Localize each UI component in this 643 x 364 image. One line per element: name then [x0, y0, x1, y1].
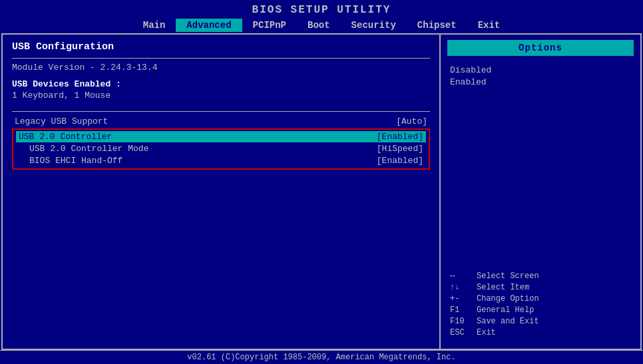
tab-main[interactable]: Main — [132, 19, 176, 32]
selected-group: USB 2.0 Controller [Enabled] USB 2.0 Con… — [12, 128, 430, 170]
help-exit-desc: Exit — [477, 328, 496, 337]
key-ud: ↑↓ — [450, 283, 477, 292]
right-panel: Options Disabled Enabled ↔ Select Screen… — [441, 35, 640, 349]
tab-bar: Main Advanced PCIPnP Boot Security Chips… — [0, 17, 643, 33]
tab-pcipnp[interactable]: PCIPnP — [242, 19, 297, 32]
help-general-help-desc: General Help — [477, 305, 534, 315]
tab-chipset[interactable]: Chipset — [407, 19, 467, 32]
help-save-exit: F10 Save and Exit — [450, 317, 631, 326]
bios-title: BIOS SETUP UTILITY — [0, 0, 643, 17]
options-content: Disabled Enabled — [441, 60, 640, 94]
key-plusminus: +- — [450, 294, 477, 303]
divider-2 — [12, 111, 430, 112]
tab-exit[interactable]: Exit — [467, 19, 511, 32]
help-section: ↔ Select Screen ↑↓ Select Item +- Change… — [441, 94, 640, 349]
menu-item-bios-ehci[interactable]: BIOS EHCI Hand-Off [Enabled] — [16, 155, 426, 166]
key-arrows: ↔ — [450, 272, 477, 281]
menu-item-usb2-controller[interactable]: USB 2.0 Controller [Enabled] — [16, 131, 426, 142]
key-f1: F1 — [450, 305, 477, 315]
footer-text: v02.61 (C)Copyright 1985-2009, American … — [187, 353, 455, 362]
option-disabled[interactable]: Disabled — [450, 65, 631, 75]
title-text: BIOS SETUP UTILITY — [252, 4, 391, 16]
main-content: USB Configuration Module Version - 2.24.… — [1, 33, 642, 350]
help-select-item-desc: Select Item — [477, 283, 529, 292]
key-f10: F10 — [450, 317, 477, 326]
tab-security[interactable]: Security — [341, 19, 407, 32]
usb-devices-value: 1 Keyboard, 1 Mouse — [12, 91, 430, 100]
tab-advanced[interactable]: Advanced — [176, 19, 242, 32]
help-change-option: +- Change Option — [450, 294, 631, 303]
key-esc: ESC — [450, 328, 477, 337]
options-title: Options — [454, 43, 627, 53]
options-box: Options — [447, 40, 634, 56]
divider-1 — [12, 58, 430, 59]
help-select-item: ↑↓ Select Item — [450, 283, 631, 292]
option-enabled[interactable]: Enabled — [450, 77, 631, 87]
bios-screen: BIOS SETUP UTILITY Main Advanced PCIPnP … — [0, 0, 643, 364]
tab-boot[interactable]: Boot — [297, 19, 341, 32]
help-general-help: F1 General Help — [450, 305, 631, 315]
help-select-screen: ↔ Select Screen — [450, 272, 631, 281]
module-version: Module Version - 2.24.3-13.4 — [12, 63, 430, 73]
section-title: USB Configuration — [12, 41, 430, 53]
usb-devices-label: USB Devices Enabled : — [12, 79, 430, 89]
footer: v02.61 (C)Copyright 1985-2009, American … — [0, 350, 643, 364]
menu-item-legacy-usb[interactable]: Legacy USB Support [Auto] — [12, 116, 430, 127]
help-select-screen-desc: Select Screen — [477, 272, 539, 281]
help-change-option-desc: Change Option — [477, 294, 539, 303]
help-exit: ESC Exit — [450, 328, 631, 337]
help-save-exit-desc: Save and Exit — [477, 317, 539, 326]
left-panel: USB Configuration Module Version - 2.24.… — [3, 35, 441, 349]
menu-item-usb2-mode[interactable]: USB 2.0 Controller Mode [HiSpeed] — [16, 143, 426, 154]
